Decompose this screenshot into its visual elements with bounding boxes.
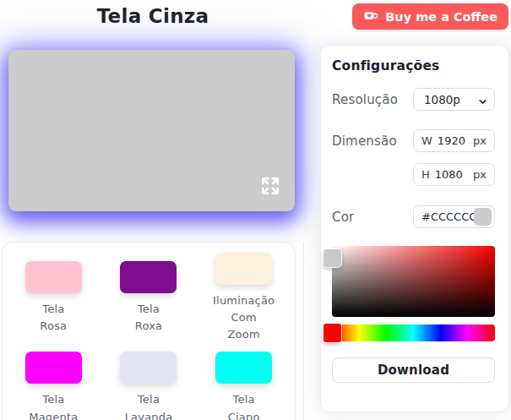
preset-iluminacao-com-zoom[interactable]: Iluminação Com Zoom: [196, 253, 291, 343]
preset-label: Tela Magenta: [29, 391, 78, 420]
dimension-width-row: Dimensão W px: [332, 129, 495, 152]
hex-color-input[interactable]: [421, 210, 474, 223]
preset-swatch[interactable]: [25, 352, 82, 384]
preset-label: Tela Roxa: [135, 301, 162, 335]
color-label: Cor: [332, 210, 354, 225]
preset-swatch[interactable]: [25, 261, 82, 293]
buy-button-label: Buy me a Coffee: [385, 10, 497, 24]
preset-swatch[interactable]: [215, 352, 272, 384]
preset-label: Iluminação Com Zoom: [213, 292, 275, 343]
screen-preview[interactable]: [8, 50, 295, 211]
preset-label: Tela Rosa: [40, 301, 67, 335]
column-divider: [303, 243, 304, 420]
preset-swatch[interactable]: [120, 352, 177, 384]
width-unit: px: [473, 134, 487, 147]
resolution-select-wrap: 1080p: [413, 88, 495, 111]
preset-tela-rosa[interactable]: Tela Rosa: [6, 253, 101, 343]
preset-swatch[interactable]: [215, 253, 272, 285]
saturation-handle[interactable]: [323, 249, 341, 267]
width-input[interactable]: [438, 134, 471, 147]
hue-slider[interactable]: [332, 325, 495, 341]
settings-panel: Configurações Resolução 1080p Dimensão W…: [320, 45, 509, 412]
height-unit: px: [473, 168, 487, 181]
preset-label: Tela Ciano: [228, 391, 260, 420]
coffee-cup-icon: [363, 8, 379, 25]
presets-card: Tela Rosa Tela Roxa Iluminação Com Zoom …: [2, 242, 296, 420]
width-prefix: W: [421, 134, 432, 147]
buy-me-a-coffee-button[interactable]: Buy me a Coffee: [352, 3, 508, 30]
page-title: Tela Cinza: [0, 5, 306, 27]
color-input-box: [413, 205, 495, 228]
hue-handle[interactable]: [323, 324, 341, 342]
dimension-height-row: H px: [332, 163, 495, 186]
color-swatch[interactable]: [474, 208, 492, 226]
color-row: Cor: [332, 205, 495, 228]
height-input[interactable]: [435, 168, 469, 181]
resolution-select[interactable]: 1080p: [414, 89, 494, 110]
preset-label: Tela Lavanda: [125, 391, 173, 420]
resolution-row: Resolução 1080p: [332, 88, 495, 111]
preset-tela-magenta[interactable]: Tela Magenta: [6, 352, 101, 420]
saturation-picker[interactable]: [332, 246, 495, 317]
fullscreen-arrows-icon: [259, 175, 281, 197]
dimension-label: Dimensão: [332, 134, 397, 149]
height-input-box: H px: [413, 163, 495, 186]
download-button[interactable]: Download: [332, 357, 495, 383]
presets-grid: Tela Rosa Tela Roxa Iluminação Com Zoom …: [3, 243, 295, 420]
height-prefix: H: [421, 168, 430, 181]
preset-tela-roxa[interactable]: Tela Roxa: [101, 253, 197, 343]
preset-swatch[interactable]: [120, 261, 177, 293]
preset-tela-ciano[interactable]: Tela Ciano: [196, 352, 291, 420]
resolution-label: Resolução: [332, 92, 398, 107]
settings-title: Configurações: [332, 58, 495, 74]
app: Tela Cinza Buy me a Coffee T: [0, 0, 511, 420]
fullscreen-button[interactable]: [259, 175, 281, 197]
width-input-box: W px: [413, 129, 495, 152]
preset-tela-lavanda[interactable]: Tela Lavanda: [101, 352, 197, 420]
